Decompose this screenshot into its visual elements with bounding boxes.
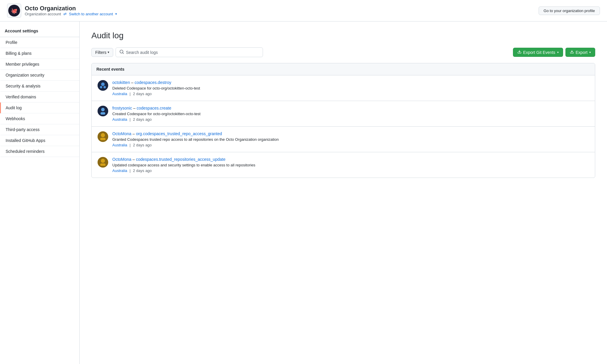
sidebar-title: Account settings <box>0 29 79 37</box>
layout: Account settings Profile Billing & plans… <box>0 21 607 364</box>
svg-point-13 <box>101 159 105 163</box>
page-title: Audit log <box>91 31 595 40</box>
avatar-octomona-2 <box>98 157 108 168</box>
avatar-octokitten <box>98 80 108 91</box>
event-content-3: OctoMona – org.codespaces_trusted_repo_a… <box>112 131 589 147</box>
download-icon <box>570 50 574 55</box>
event-location-3[interactable]: Australia <box>112 143 127 147</box>
export-git-events-label: Export Git Events <box>523 50 555 55</box>
event-divider-3: | <box>130 143 131 147</box>
event-desc-4: Updated codespace access and security se… <box>112 163 589 167</box>
download-git-icon <box>517 50 522 55</box>
toolbar-left: Filters ▾ <box>91 47 263 57</box>
header: 🐙 Octo Organization Organization account… <box>0 0 607 21</box>
svg-rect-8 <box>101 112 105 115</box>
event-user-link-1[interactable]: octokitten <box>112 80 130 85</box>
event-meta-2: Australia | 2 days ago <box>112 117 589 122</box>
sidebar-item-org-security[interactable]: Organization security <box>0 70 79 81</box>
search-box <box>116 47 263 57</box>
export-label: Export <box>576 50 588 55</box>
filters-button[interactable]: Filters ▾ <box>91 48 113 57</box>
event-separator-3: – <box>132 131 136 136</box>
event-content-1: octokitten – codespaces.destroy Deleted … <box>112 80 589 96</box>
sidebar-item-security-analysis[interactable]: Security & analysis <box>0 81 79 92</box>
sidebar-item-member-privileges[interactable]: Member privileges <box>0 59 79 70</box>
svg-point-7 <box>101 108 105 111</box>
svg-text:🐙: 🐙 <box>11 8 18 14</box>
event-location-2[interactable]: Australia <box>112 117 127 122</box>
event-location-1[interactable]: Australia <box>112 92 127 96</box>
svg-point-10 <box>101 133 105 137</box>
svg-point-3 <box>101 82 105 86</box>
event-time-2: 2 days ago <box>133 117 152 122</box>
events-panel: Recent events octokitten – codespaces.de… <box>91 63 595 178</box>
event-action-link-2[interactable]: codespaces.create <box>137 106 172 110</box>
event-divider-1: | <box>130 92 131 96</box>
header-left: 🐙 Octo Organization Organization account… <box>7 4 117 18</box>
event-desc-1: Deleted Codespace for octo-org/octokitte… <box>112 86 589 90</box>
filters-label: Filters <box>95 50 106 55</box>
switch-chevron-icon: ▾ <box>115 12 117 16</box>
event-user-link-3[interactable]: OctoMona <box>112 131 131 136</box>
event-separator-2: – <box>133 106 137 110</box>
toolbar: Filters ▾ Export Git Events ▾ <box>91 47 595 57</box>
event-action-link-3[interactable]: org.codespaces_trusted_repo_access_grant… <box>136 131 222 136</box>
event-meta-3: Australia | 2 days ago <box>112 143 589 147</box>
event-title-4: OctoMona – codespaces.trusted_repositori… <box>112 157 589 162</box>
main-content: Audit log Filters ▾ <box>80 21 607 364</box>
sidebar-item-profile[interactable]: Profile <box>0 37 79 48</box>
event-user-link-2[interactable]: frostysonic <box>112 106 132 110</box>
org-profile-button[interactable]: Go to your organization profile <box>539 6 600 15</box>
search-icon <box>119 49 124 55</box>
event-content-4: OctoMona – codespaces.trusted_repositori… <box>112 157 589 173</box>
event-action-link-4[interactable]: codespaces.trusted_repositories_access_u… <box>136 157 226 162</box>
event-desc-2: Created Codespace for octo-org/octokitte… <box>112 112 589 116</box>
org-info: Octo Organization Organization account ⇄… <box>25 5 117 16</box>
switch-account-link[interactable]: Switch to another account <box>69 12 113 16</box>
filters-chevron-icon: ▾ <box>108 50 109 54</box>
event-user-link-4[interactable]: OctoMona <box>112 157 131 162</box>
sidebar-item-webhooks[interactable]: Webhooks <box>0 113 79 124</box>
avatar-octomona-1 <box>98 131 108 142</box>
svg-point-5 <box>103 86 106 88</box>
event-title-3: OctoMona – org.codespaces_trusted_repo_a… <box>112 131 589 136</box>
event-time-3: 2 days ago <box>133 143 152 147</box>
event-separator-4: – <box>132 157 136 162</box>
event-desc-3: Granted Codespaces trusted repo access t… <box>112 137 589 142</box>
event-time-4: 2 days ago <box>133 168 152 173</box>
event-divider-4: | <box>130 168 131 173</box>
event-title-1: octokitten – codespaces.destroy <box>112 80 589 85</box>
svg-rect-11 <box>100 138 106 140</box>
switch-account-icon: ⇄ <box>63 12 67 16</box>
org-type-label: Organization account <box>25 12 61 16</box>
event-separator-1: – <box>131 80 135 85</box>
search-input[interactable] <box>126 50 259 55</box>
export-chevron-icon: ▾ <box>589 51 591 54</box>
event-time-1: 2 days ago <box>133 92 152 96</box>
org-sub: Organization account ⇄ Switch to another… <box>25 12 117 16</box>
svg-point-4 <box>100 86 102 88</box>
event-location-4[interactable]: Australia <box>112 168 127 173</box>
event-divider-2: | <box>130 117 131 122</box>
event-content-2: frostysonic – codespaces.create Created … <box>112 106 589 122</box>
event-meta-4: Australia | 2 days ago <box>112 168 589 173</box>
sidebar: Account settings Profile Billing & plans… <box>0 21 80 364</box>
event-item-3: OctoMona – org.codespaces_trusted_repo_a… <box>92 127 595 152</box>
sidebar-item-billing[interactable]: Billing & plans <box>0 48 79 59</box>
sidebar-item-github-apps[interactable]: Installed GitHub Apps <box>0 135 79 146</box>
sidebar-item-third-party[interactable]: Third-party access <box>0 124 79 135</box>
export-button[interactable]: Export ▾ <box>565 48 595 57</box>
toolbar-right: Export Git Events ▾ Export ▾ <box>513 48 595 57</box>
events-header: Recent events <box>92 63 595 75</box>
export-git-events-button[interactable]: Export Git Events ▾ <box>513 48 563 57</box>
event-item-1: octokitten – codespaces.destroy Deleted … <box>92 75 595 101</box>
svg-rect-14 <box>100 163 106 166</box>
sidebar-item-scheduled-reminders[interactable]: Scheduled reminders <box>0 146 79 157</box>
sidebar-item-verified-domains[interactable]: Verified domains <box>0 92 79 102</box>
event-item-2: frostysonic – codespaces.create Created … <box>92 101 595 127</box>
avatar-frostysonic <box>98 106 108 116</box>
sidebar-item-audit-log[interactable]: Audit log <box>0 102 79 113</box>
org-logo: 🐙 <box>7 4 21 18</box>
event-item-4: OctoMona – codespaces.trusted_repositori… <box>92 152 595 178</box>
event-action-link-1[interactable]: codespaces.destroy <box>135 80 172 85</box>
